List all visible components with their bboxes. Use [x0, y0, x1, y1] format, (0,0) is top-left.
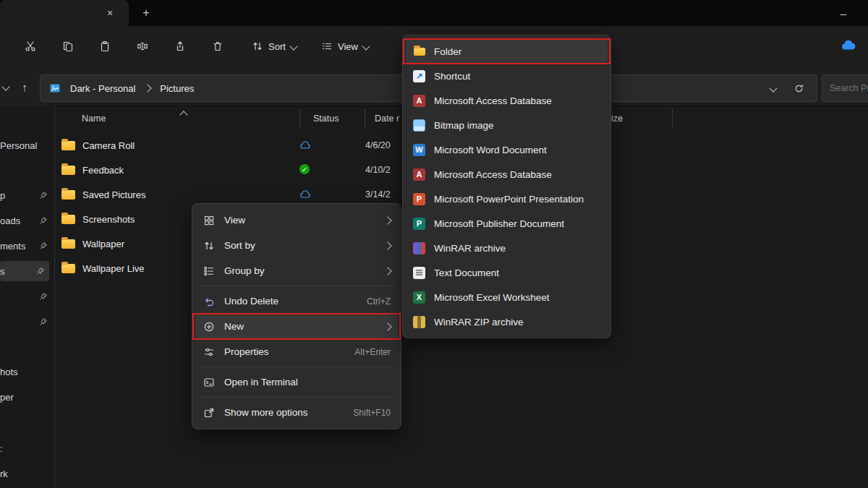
- chevron-down-icon: [362, 42, 370, 50]
- pin-icon: [39, 191, 48, 200]
- file-row-camera-roll[interactable]: Camera Roll 4/6/20: [61, 134, 452, 156]
- context-menu-item-show-more-options[interactable]: Show more options Shift+F10: [195, 400, 398, 425]
- file-row-feedback[interactable]: Feedback 4/10/2: [61, 159, 452, 181]
- new-submenu-item-bitmap-image[interactable]: Bitmap image: [406, 113, 608, 137]
- more-options-icon: [203, 407, 216, 419]
- sidebar-item-label: Personal: [0, 140, 37, 151]
- column-header-size[interactable]: ize: [611, 114, 623, 124]
- view-label: View: [338, 41, 358, 52]
- search-box[interactable]: [822, 74, 868, 102]
- file-name: Wallpaper Live: [82, 263, 145, 274]
- new-submenu-item-publisher-document[interactable]: Microsoft Publisher Document: [406, 211, 608, 236]
- sidebar-item-label: :: [0, 443, 3, 454]
- word-icon: [413, 144, 425, 156]
- file-row-screenshots[interactable]: Screenshots: [61, 208, 177, 230]
- menu-item-label: Open in Terminal: [224, 377, 391, 388]
- pin-icon: [39, 292, 48, 301]
- breadcrumb-root[interactable]: Dark - Personal: [67, 81, 138, 96]
- onedrive-status-button[interactable]: [838, 35, 859, 56]
- new-submenu-item-winrar-zip-archive[interactable]: WinRAR ZIP archive: [406, 309, 608, 334]
- new-submenu-item-access-database-2[interactable]: Microsoft Access Database: [406, 162, 608, 187]
- context-menu-item-undo-delete[interactable]: Undo Delete Ctrl+Z: [195, 288, 398, 314]
- context-menu-item-open-in-terminal[interactable]: Open in Terminal: [195, 369, 398, 395]
- column-divider[interactable]: [365, 109, 365, 128]
- undo-icon: [203, 296, 216, 307]
- folder-icon: [413, 46, 425, 58]
- file-name: Wallpaper: [82, 239, 124, 249]
- sidebar-item-pictures[interactable]: s: [0, 261, 49, 281]
- breadcrumb-separator-icon: [144, 84, 152, 92]
- explorer-tab[interactable]: ×: [0, 0, 129, 26]
- folder-icon: [61, 215, 75, 224]
- tab-close-button[interactable]: ×: [101, 5, 119, 21]
- file-row-saved-pictures[interactable]: Saved Pictures 3/14/2: [61, 184, 452, 205]
- file-date: 4/6/20: [365, 140, 391, 150]
- pin-icon: [39, 216, 48, 225]
- menu-item-label: Properties: [224, 346, 346, 357]
- menu-item-label: Group by: [224, 265, 376, 276]
- search-input[interactable]: [822, 75, 868, 101]
- breadcrumb-current[interactable]: Pictures: [157, 81, 197, 96]
- new-submenu-item-powerpoint-presentation[interactable]: Microsoft PowerPoint Presentation: [406, 187, 608, 211]
- sidebar-item-videos[interactable]: [0, 312, 52, 332]
- sort-dropdown[interactable]: Sort: [247, 35, 301, 58]
- column-divider[interactable]: [299, 109, 300, 128]
- sidebar-item-documents[interactable]: ments: [0, 236, 52, 256]
- menu-item-label: WinRAR archive: [434, 243, 600, 254]
- delete-icon: [212, 40, 224, 52]
- view-dropdown[interactable]: View: [317, 35, 373, 58]
- minimize-button[interactable]: –: [832, 4, 855, 22]
- powerpoint-icon: [413, 193, 425, 205]
- file-row-wallpaper-live[interactable]: Wallpaper Live: [61, 257, 177, 279]
- excel-icon: [413, 291, 425, 304]
- new-submenu-item-folder[interactable]: Folder: [406, 39, 608, 64]
- rename-button[interactable]: [130, 34, 155, 59]
- share-button[interactable]: [168, 34, 192, 59]
- sidebar-item-this-pc[interactable]: :: [0, 438, 52, 458]
- paste-icon: [99, 40, 111, 52]
- new-submenu-item-word-document[interactable]: Microsoft Word Document: [406, 137, 608, 162]
- menu-item-label: Microsoft Access Database: [434, 169, 600, 180]
- chevron-right-icon: [383, 241, 391, 249]
- view-grid-icon: [203, 215, 216, 226]
- copy-icon: [62, 40, 74, 52]
- history-dropdown-button[interactable]: [0, 77, 13, 97]
- menu-item-label: Shortcut: [434, 71, 600, 82]
- new-submenu-item-shortcut[interactable]: Shortcut: [406, 64, 608, 88]
- chevron-right-icon: [383, 216, 391, 224]
- column-header-status[interactable]: Status: [313, 114, 339, 124]
- new-submenu-item-access-database[interactable]: Microsoft Access Database: [406, 88, 608, 113]
- new-submenu-item-excel-worksheet[interactable]: Microsoft Excel Worksheet: [406, 285, 608, 309]
- context-menu-item-sort-by[interactable]: Sort by: [195, 233, 398, 258]
- context-menu-item-new[interactable]: New: [195, 314, 398, 339]
- file-row-wallpaper[interactable]: Wallpaper: [61, 233, 177, 254]
- cloud-status-icon: [299, 140, 311, 151]
- sidebar-item-personal[interactable]: Personal: [0, 135, 52, 155]
- plus-icon: +: [142, 7, 149, 19]
- paste-button[interactable]: [93, 34, 117, 59]
- pane-divider[interactable]: [54, 106, 55, 488]
- sidebar-item-wallpaper[interactable]: per: [0, 387, 52, 407]
- sidebar-item-downloads[interactable]: oads: [0, 210, 52, 231]
- context-menu-item-view[interactable]: View: [195, 207, 398, 233]
- close-icon: ×: [107, 8, 113, 18]
- sidebar-item-dark[interactable]: rk: [0, 463, 52, 484]
- sidebar-item-desktop[interactable]: p: [0, 185, 52, 205]
- delete-button[interactable]: [205, 34, 230, 59]
- context-menu-item-group-by[interactable]: Group by: [195, 258, 398, 283]
- new-submenu-item-winrar-archive[interactable]: WinRAR archive: [406, 236, 608, 260]
- column-divider[interactable]: [672, 109, 673, 128]
- refresh-button[interactable]: [789, 79, 808, 98]
- column-header-name[interactable]: Name: [82, 114, 106, 124]
- up-button[interactable]: ↑: [14, 77, 35, 97]
- cut-button[interactable]: [18, 34, 43, 59]
- column-header-date[interactable]: Date r: [375, 114, 399, 124]
- new-tab-button[interactable]: +: [137, 5, 155, 21]
- sidebar-item-music[interactable]: [0, 286, 52, 307]
- sidebar-item-screenshots[interactable]: hots: [0, 361, 52, 382]
- minimize-icon: –: [841, 7, 846, 20]
- context-menu-item-properties[interactable]: Properties Alt+Enter: [195, 339, 398, 364]
- copy-button[interactable]: [56, 34, 80, 59]
- address-dropdown-button[interactable]: [764, 79, 783, 98]
- new-submenu-item-text-document[interactable]: Text Document: [406, 260, 608, 285]
